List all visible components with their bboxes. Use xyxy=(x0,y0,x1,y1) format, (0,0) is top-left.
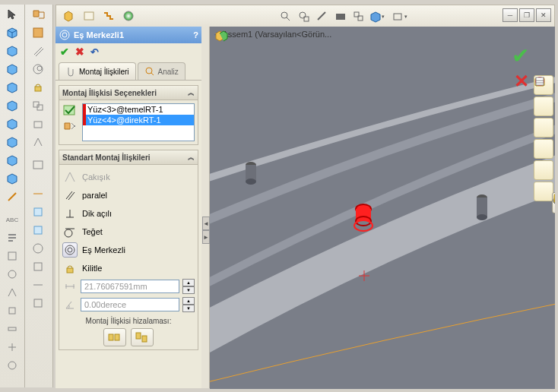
selection-item-2[interactable]: Yüz<4>@direkRT-1 xyxy=(83,115,194,125)
angle-input[interactable]: 0.00derece xyxy=(81,298,179,311)
assembly-tree-node[interactable]: + Assem1 (Varsayılan<Görün... xyxy=(214,30,331,39)
viewport[interactable]: + Assem1 (Varsayılan<Görün... ✔ ✕ ↶ xyxy=(210,27,555,389)
svg-rect-6 xyxy=(9,308,15,314)
cube-icon-9[interactable] xyxy=(3,170,21,187)
svg-point-46 xyxy=(65,245,75,254)
zoom-window-icon[interactable] xyxy=(295,8,313,25)
display-style-icon[interactable]: ▾ xyxy=(368,8,391,25)
cube-icon[interactable] xyxy=(3,24,21,41)
mate-coincident[interactable]: Çakışık xyxy=(62,168,195,186)
multi-mate-icon[interactable] xyxy=(62,120,79,134)
vertical-splitter[interactable]: ◄ ► xyxy=(201,27,210,388)
mate-group-icon[interactable] xyxy=(28,97,49,114)
close-button[interactable]: ✕ xyxy=(536,8,551,22)
pm-section-standard-header[interactable]: Standart Montaj İlişkileri ︽ xyxy=(59,150,198,165)
cancel-button[interactable]: ✖ xyxy=(75,46,84,58)
mate-parallel-icon[interactable] xyxy=(28,43,49,59)
library-icon[interactable] xyxy=(534,118,553,138)
tool-dim-icon[interactable] xyxy=(28,185,49,202)
splitter-right-arrow[interactable]: ► xyxy=(202,230,210,244)
tool-icon-f[interactable] xyxy=(3,339,21,356)
tree-tab-4-icon[interactable] xyxy=(120,8,138,24)
tool-feat-icon[interactable] xyxy=(28,204,49,220)
cube-icon-8[interactable] xyxy=(3,152,21,169)
tree-tab-3-icon[interactable] xyxy=(100,8,119,24)
tool-icon-d[interactable] xyxy=(3,302,21,319)
tool-feat4-icon[interactable] xyxy=(28,258,49,275)
svg-rect-17 xyxy=(34,122,42,128)
line-tool-icon[interactable] xyxy=(3,188,21,205)
mate-lock-icon[interactable] xyxy=(28,79,49,96)
distance-spinner[interactable]: ▲▼ xyxy=(182,279,195,294)
abc-icon[interactable]: ABC xyxy=(3,211,21,228)
svg-rect-20 xyxy=(34,208,42,216)
tool-icon-e[interactable] xyxy=(3,321,21,337)
selection-list[interactable]: Yüz<3>@temelRT-1 Yüz<4>@direkRT-1 xyxy=(82,103,195,141)
mate-conc-icon[interactable] xyxy=(28,61,49,77)
mate-tangent[interactable]: Teğet xyxy=(62,223,195,241)
tool-icon-b[interactable] xyxy=(3,266,21,283)
cube-icon-5[interactable] xyxy=(3,97,21,114)
custom-props-icon[interactable] xyxy=(534,182,553,201)
pan-icon[interactable] xyxy=(313,8,331,25)
tool-icon-g[interactable] xyxy=(3,357,21,374)
tool-feat5-icon[interactable] xyxy=(28,277,49,293)
file-explorer-icon[interactable] xyxy=(534,139,553,159)
restore-button[interactable]: ❐ xyxy=(519,8,534,22)
context-mate-toolbar: ↶ ✔ xyxy=(552,192,555,213)
svg-point-22 xyxy=(33,244,43,253)
mate-coord-icon[interactable] xyxy=(28,24,49,41)
tool-view-icon[interactable] xyxy=(28,156,49,173)
tree-tab-1-icon[interactable] xyxy=(61,8,79,24)
tool-icon-c[interactable] xyxy=(3,284,21,301)
tool-feat2-icon[interactable] xyxy=(28,222,49,239)
tab-analysis[interactable]: Analiz xyxy=(138,62,185,80)
hide-show-icon[interactable]: ▾ xyxy=(391,8,414,25)
tab-mates-label: Montaj İlişkileri xyxy=(79,68,129,76)
minimize-button[interactable]: ─ xyxy=(503,8,518,22)
mate-concentric[interactable]: Eş Merkezli xyxy=(62,241,195,259)
section-icon[interactable] xyxy=(331,8,350,25)
align-opposite-button[interactable] xyxy=(131,328,154,346)
tree-tab-2-icon[interactable] xyxy=(81,8,99,24)
pm-section-options-header[interactable]: Montaj İlişkisi Seçenekleri ︽ xyxy=(59,85,198,100)
svg-point-27 xyxy=(281,12,287,18)
tool-feat6-icon[interactable] xyxy=(28,295,49,311)
mate-perpendicular[interactable]: Dik açılı xyxy=(62,204,195,223)
splitter-left-arrow[interactable]: ◄ xyxy=(202,217,210,230)
ok-button[interactable]: ✔ xyxy=(60,46,69,58)
appearance-icon[interactable] xyxy=(534,160,553,180)
angle-spinner[interactable]: ▲▼ xyxy=(182,297,195,312)
help-button[interactable]: ? xyxy=(193,30,198,40)
selection-item-1[interactable]: Yüz<3>@temelRT-1 xyxy=(83,104,194,115)
cube-icon-2[interactable] xyxy=(3,43,21,59)
cube-icon-4[interactable] xyxy=(3,79,21,96)
tool-icon-a[interactable] xyxy=(3,248,21,264)
resources-icon[interactable] xyxy=(534,96,553,116)
svg-rect-4 xyxy=(8,252,16,260)
svg-point-13 xyxy=(37,66,42,71)
view-orient-icon[interactable] xyxy=(350,8,368,25)
cube-icon-7[interactable] xyxy=(3,134,21,150)
entity-filter-icon[interactable] xyxy=(62,103,79,117)
viewport-cancel-icon[interactable]: ✕ xyxy=(514,71,529,92)
undo-button[interactable]: ↶ xyxy=(90,46,99,58)
cube-icon-6[interactable] xyxy=(3,115,21,132)
distance-input[interactable]: 21.76067591mm xyxy=(81,280,179,293)
svg-rect-24 xyxy=(34,299,42,307)
align-icon[interactable] xyxy=(3,229,21,246)
mate-icon[interactable] xyxy=(28,6,49,23)
mate-parallel[interactable]: paralel xyxy=(62,186,195,204)
zoom-fit-icon[interactable] xyxy=(277,8,295,25)
distance-icon xyxy=(62,279,78,294)
vertical-toolbar-1: ABC xyxy=(0,5,25,387)
cursor-icon[interactable] xyxy=(3,6,21,23)
mate-group2-icon[interactable] xyxy=(28,115,49,132)
tool-feat3-icon[interactable] xyxy=(28,240,49,257)
cube-icon-3[interactable] xyxy=(3,61,21,77)
tool-ref-icon[interactable] xyxy=(28,134,49,150)
align-same-button[interactable] xyxy=(103,328,126,346)
tab-mates[interactable]: Montaj İlişkileri xyxy=(59,62,136,80)
mate-lock[interactable]: Kilitle xyxy=(62,259,195,277)
viewport-accept-icon[interactable]: ✔ xyxy=(512,43,529,68)
